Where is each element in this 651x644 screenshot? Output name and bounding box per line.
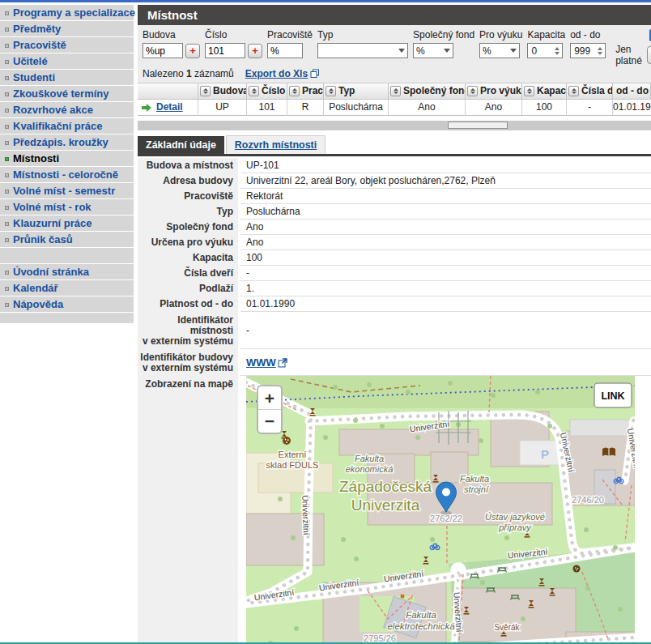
zoom-out-button[interactable]: − xyxy=(265,412,274,430)
spolecny-fond-select[interactable]: % xyxy=(413,43,453,58)
detail-row: Budova a místnostUP-101 xyxy=(138,158,651,173)
sort-budova-button[interactable] xyxy=(200,86,211,96)
results-table-header: Budova Číslo Prac. Typ Společný fond Pro… xyxy=(138,83,651,100)
bullet-icon xyxy=(5,28,9,32)
sidebar-item-studenti[interactable]: Studenti xyxy=(0,70,134,85)
sidebar-item-programy[interactable]: Programy a specializace xyxy=(0,5,134,20)
sidebar-item-rozvrhove-akce[interactable]: Rozvrhové akce xyxy=(0,102,134,117)
sidebar-item-volne-mist-semestr[interactable]: Volné míst - semestr xyxy=(0,183,134,198)
hledat-button[interactable]: Hledat xyxy=(647,46,651,64)
detail-row: Platnost od - do01.01.1990 xyxy=(138,296,651,312)
bullet-icon xyxy=(5,173,9,177)
artwork-icon xyxy=(283,437,291,445)
stepper-arrows-icon[interactable] xyxy=(552,47,562,55)
page-title: Místnost xyxy=(138,5,651,25)
identifikator-mistnosti-value: - xyxy=(240,312,651,349)
budova-a-mistnost-value: UP-101 xyxy=(240,158,651,173)
sidebar-item-predmety[interactable]: Předměty xyxy=(0,21,134,36)
sidebar-item-uvodni-stranka[interactable]: Úvodní stránka xyxy=(0,264,134,279)
svg-text:2746/20: 2746/20 xyxy=(572,495,604,505)
cislo-lookup-button[interactable]: + xyxy=(248,44,262,58)
sidebar-item-zkouskove-terminy[interactable]: Zkouškové termíny xyxy=(0,86,134,101)
tab-zakladni-udaje[interactable]: Základní údaje xyxy=(138,136,224,154)
filter-actions: ✓ Jen platné Hledat xyxy=(615,29,651,66)
sort-typ-button[interactable] xyxy=(326,86,336,96)
sort-cislo-button[interactable] xyxy=(249,86,259,96)
detail-row: Adresa budovyUniverzitní 22, areál Bory,… xyxy=(138,173,651,189)
pro-vyuku-label: Pro výuku xyxy=(479,29,522,41)
sidebar-item-predzapis-krouzky[interactable]: Předzápis. kroužky xyxy=(0,134,134,150)
sidebar-item-kalendar[interactable]: Kalendář xyxy=(0,280,134,296)
university-label: Západočeská xyxy=(339,478,432,495)
sidebar-item-mistnosti-celorocne[interactable]: Místnosti - celoročně xyxy=(0,167,134,182)
library-icon xyxy=(602,448,615,457)
external-link-icon xyxy=(278,358,287,368)
parking-icon: P xyxy=(541,447,549,461)
sidebar-item-prunik-casu[interactable]: Průnik časů xyxy=(0,232,134,247)
scrollbar-thumb[interactable] xyxy=(448,122,508,129)
cislo-label: Číslo xyxy=(205,29,262,41)
detail-row: Identifikátor budovyv externím systému W… xyxy=(138,349,651,376)
pracoviste-input[interactable] xyxy=(267,43,303,58)
www-link[interactable]: WWW xyxy=(246,357,276,368)
row-arrow-icon[interactable] xyxy=(141,103,152,113)
sort-pro-vyuku-button[interactable] xyxy=(467,86,478,96)
chevron-down-icon xyxy=(444,49,450,53)
sidebar-item-pracoviste[interactable]: Pracoviště xyxy=(0,37,134,53)
cislo-input[interactable] xyxy=(205,43,245,58)
header-empty xyxy=(138,83,198,100)
bullet-icon xyxy=(5,141,9,145)
detail-link[interactable]: Detail xyxy=(156,100,183,115)
kapacita-label: Kapacita xyxy=(527,29,565,41)
map-zoom-control: + − xyxy=(257,386,282,433)
bullet-icon xyxy=(5,60,9,64)
bullet-icon xyxy=(5,287,9,291)
bullet-icon xyxy=(5,190,9,194)
svg-text:LINK: LINK xyxy=(601,390,624,402)
sidebar-item-mistnosti[interactable]: Místnosti xyxy=(0,151,134,166)
kapacita-stepper[interactable]: 0 xyxy=(527,43,563,58)
detail-row: Společný fondAno xyxy=(138,220,651,235)
tab-rozvrh-mistnosti[interactable]: Rozvrh místnosti xyxy=(226,135,326,154)
results-bar: Nalezeno 1 záznamů Export do Xls xyxy=(138,66,651,83)
detail-row: Určena pro výukuAno xyxy=(138,235,651,250)
cell-spolecny-fond: Ano xyxy=(389,100,466,116)
sort-prac-button[interactable] xyxy=(289,86,300,96)
zoom-in-button[interactable]: + xyxy=(265,389,274,407)
filter-spolecny-fond: Společný fond % xyxy=(413,29,474,58)
cell-budova: UP xyxy=(198,100,247,116)
sidebar-item-klauzurni-prace[interactable]: Klauzurní práce xyxy=(0,215,134,231)
svg-text:Univerzita: Univerzita xyxy=(351,497,420,514)
horizontal-scrollbar[interactable] xyxy=(138,121,651,130)
sidebar-item-ucitele[interactable]: Učitelé xyxy=(0,53,134,69)
cell-od-do: 01.01.1990 xyxy=(613,100,651,116)
export-xls-link[interactable]: Export do Xls xyxy=(245,68,308,79)
budova-input[interactable] xyxy=(143,43,183,58)
filter-typ: Typ xyxy=(317,29,408,58)
sidebar: Programy a specializace Předměty Pracovi… xyxy=(0,5,134,323)
map[interactable]: Univerzitní Univerzitní Univerzitní Univ… xyxy=(246,376,635,644)
filter-od-do: od - do 999 xyxy=(570,29,606,58)
urcena-pro-vyuku-value: Ano xyxy=(240,235,651,250)
fountain-icon xyxy=(573,565,581,573)
od-do-stepper[interactable]: 999 xyxy=(570,43,606,58)
detail-row: Kapacita100 xyxy=(138,250,651,266)
stepper-arrows-icon[interactable] xyxy=(595,47,605,55)
kapacita-value: 100 xyxy=(240,250,651,266)
results-table: Budova Číslo Prac. Typ Společný fond Pro… xyxy=(138,83,651,116)
sidebar-item-kvalifikacni-prace[interactable]: Kvalifikační práce xyxy=(0,118,134,134)
sort-cisla-dveri-button[interactable] xyxy=(568,86,579,96)
sidebar-item-volne-mist-rok[interactable]: Volné míst - rok xyxy=(0,199,134,215)
pro-vyuku-select[interactable]: % xyxy=(479,43,520,58)
svg-text:sklad FDULS: sklad FDULS xyxy=(266,460,319,470)
map-link-button[interactable]: LINK xyxy=(594,383,632,407)
typ-select[interactable] xyxy=(317,43,408,58)
budova-lookup-button[interactable]: + xyxy=(185,44,200,58)
chevron-down-icon xyxy=(510,49,517,53)
podlazi-value: 1. xyxy=(240,281,651,296)
main-content: Místnost Budova + Číslo + Pracoviště xyxy=(138,5,651,644)
sort-kapacita-button[interactable] xyxy=(524,86,534,96)
sidebar-item-napoveda[interactable]: Nápověda xyxy=(0,296,134,312)
bullet-icon xyxy=(5,206,9,210)
sort-spolecny-fond-button[interactable] xyxy=(390,86,401,96)
